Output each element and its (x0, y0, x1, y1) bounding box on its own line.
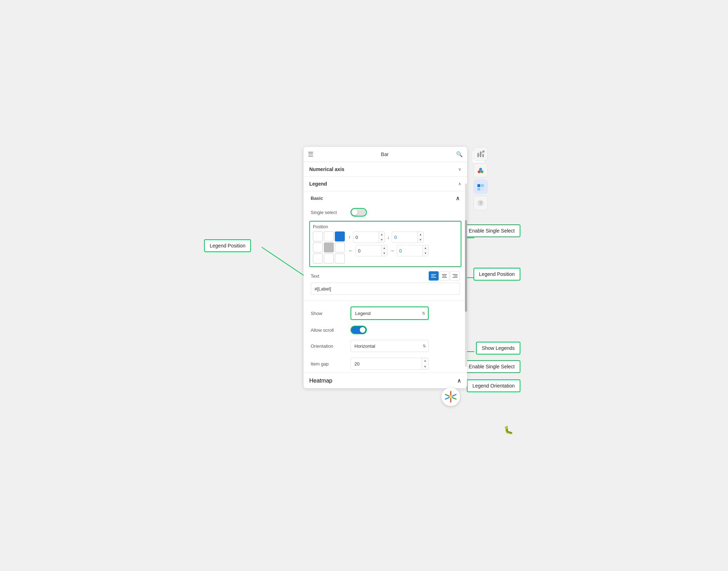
right-arrow-icon: → (390, 248, 395, 254)
heatmap-title: Heatmap (309, 378, 332, 384)
text-align-left[interactable] (429, 271, 439, 281)
sidebar-icon-chart[interactable] (473, 147, 488, 161)
top-coord-down[interactable]: ▼ (379, 237, 385, 242)
single-select-row: Single select (304, 205, 467, 219)
bottom-coord-input[interactable]: 0 ▲ ▼ (392, 231, 424, 243)
numerical-axis-title: Numerical axis (309, 166, 344, 172)
down-arrow-icon: ↓ (387, 234, 390, 240)
right-coord-value: 0 (397, 245, 422, 256)
up-arrow-icon: ↑ (348, 234, 351, 240)
svg-point-12 (479, 168, 482, 171)
right-coord-input[interactable]: 0 ▲ ▼ (397, 245, 429, 256)
allow-scroll-thumb (360, 327, 365, 333)
bug-icon[interactable]: 🐛 (504, 426, 513, 435)
scrollbar-thumb[interactable] (465, 220, 467, 312)
left-arrow-icon: ← (348, 248, 353, 254)
position-cell-2-2[interactable] (335, 254, 345, 263)
position-section: Position (309, 221, 461, 267)
allow-scroll-row: Allow scroll (304, 323, 467, 337)
svg-rect-14 (481, 184, 484, 187)
settings-panel: ☰ 🔍 ↺ ? (304, 147, 467, 388)
top-coord-input[interactable]: 0 ▲ ▼ (353, 231, 385, 243)
position-cell-1-1[interactable] (324, 242, 334, 252)
single-select-toggle[interactable] (350, 208, 367, 217)
orientation-select[interactable]: Horizontal Vertical (350, 340, 429, 352)
svg-line-0 (262, 247, 307, 278)
bottom-coord-up[interactable]: ▲ (418, 232, 423, 237)
single-select-thumb (352, 209, 358, 215)
position-label: Position (313, 224, 458, 229)
right-coord-up[interactable]: ▲ (423, 245, 428, 251)
show-select[interactable]: Legend Value Both None (351, 307, 428, 319)
item-gap-up[interactable]: ▲ (422, 358, 428, 364)
position-cell-2-0[interactable] (313, 254, 323, 263)
right-coord-down[interactable]: ▼ (423, 251, 428, 256)
left-coord-value: 0 (356, 245, 381, 256)
bottom-coord-down[interactable]: ▼ (418, 237, 423, 242)
svg-rect-8 (482, 154, 484, 157)
orientation-select-wrap: Horizontal Vertical ⇅ (350, 340, 429, 352)
position-cell-0-1[interactable] (324, 231, 334, 241)
item-gap-value: 20 (351, 361, 422, 367)
orientation-row: Orientation Horizontal Vertical ⇅ (304, 337, 467, 355)
position-cell-0-0[interactable] (313, 231, 323, 241)
legend-section[interactable]: Legend ∧ (304, 177, 467, 191)
text-align-buttons (429, 271, 460, 281)
svg-point-10 (478, 170, 481, 173)
legend-title: Legend (309, 181, 327, 187)
left-coord-down[interactable]: ▼ (381, 251, 387, 256)
show-select-wrap: Legend Value Both None ⇅ (350, 306, 429, 320)
left-coord-up[interactable]: ▲ (381, 245, 387, 251)
text-label: Text (311, 273, 319, 279)
text-section: Text (304, 268, 467, 298)
show-row: Show Legend Value Both None ⇅ (304, 304, 467, 323)
sidebar-icon-style[interactable] (473, 180, 488, 194)
item-gap-down[interactable]: ▼ (422, 364, 428, 370)
basic-section[interactable]: Basic ∧ (304, 191, 467, 205)
heatmap-chevron: ∧ (457, 377, 461, 384)
callout-legend-position-left: Legend Position (204, 239, 251, 252)
item-gap-input[interactable]: 20 ▲ ▼ (350, 358, 429, 370)
callout-legend-orientation: Legend Orientation (467, 379, 520, 392)
divider-1 (304, 300, 467, 301)
sidebar-icon-color[interactable] (473, 163, 488, 177)
callout-enable-single-select-bottom: Enable Single Select (463, 360, 520, 373)
item-gap-arrows: ▲ ▼ (422, 358, 428, 370)
svg-text:?: ? (479, 201, 482, 206)
text-align-center[interactable] (439, 271, 449, 281)
sidebar-icons: ? (473, 147, 488, 210)
show-label: Show (311, 311, 346, 316)
list-icon: ☰ (308, 150, 314, 158)
top-coord-up[interactable]: ▲ (379, 232, 385, 237)
svg-rect-16 (481, 188, 484, 191)
position-cell-1-2[interactable] (335, 242, 345, 252)
svg-point-32 (449, 395, 452, 398)
sidebar-icon-help[interactable]: ? (473, 196, 488, 210)
allow-scroll-label: Allow scroll (311, 327, 346, 333)
left-coord-input[interactable]: 0 ▲ ▼ (355, 245, 387, 256)
search-icon[interactable]: 🔍 (456, 151, 463, 158)
position-cell-0-2[interactable] (335, 231, 345, 241)
scrollbar-track (465, 183, 467, 367)
numerical-axis-section[interactable]: Numerical axis ∨ (304, 162, 467, 177)
bottom-coord-value: 0 (392, 232, 417, 242)
text-align-right[interactable] (450, 271, 460, 281)
basic-chevron: ∧ (456, 195, 460, 202)
callout-enable-single-select-top: Enable Single Select (463, 224, 520, 237)
orientation-label: Orientation (311, 343, 346, 349)
callout-legend-position-right: Legend Position (473, 268, 520, 281)
basic-title: Basic (311, 196, 323, 201)
top-coord-value: 0 (353, 232, 379, 242)
position-cell-1-0[interactable] (313, 242, 323, 252)
position-grid (313, 231, 345, 263)
legend-chevron: ∧ (458, 181, 461, 186)
single-select-label: Single select (311, 210, 346, 215)
search-input[interactable] (316, 151, 453, 157)
svg-rect-13 (477, 184, 480, 187)
allow-scroll-toggle[interactable] (350, 326, 367, 334)
heatmap-section[interactable]: Heatmap ∧ (304, 373, 467, 388)
text-input[interactable] (311, 283, 460, 295)
item-gap-label: Item gap (311, 361, 346, 367)
logo (441, 388, 460, 406)
position-cell-2-1[interactable] (324, 254, 334, 263)
